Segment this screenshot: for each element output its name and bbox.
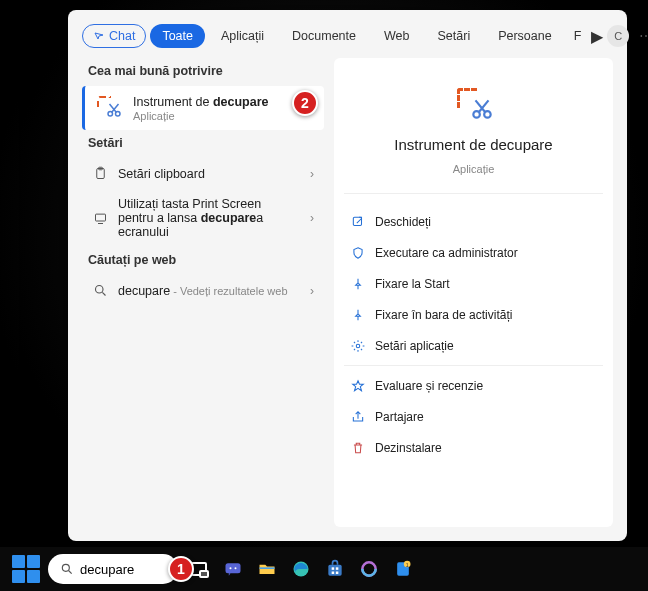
action-pin-start[interactable]: Fixare la Start: [344, 268, 603, 299]
result-printscreen-setting[interactable]: Utilizați tasta Print Screen pentru a la…: [82, 189, 324, 247]
svg-rect-8: [353, 217, 361, 225]
action-pin-taskbar[interactable]: Fixare în bara de activități: [344, 299, 603, 330]
store-icon[interactable]: [322, 556, 348, 582]
share-icon: [350, 409, 365, 424]
search-icon: [92, 283, 108, 298]
tab-settings[interactable]: Setări: [426, 24, 483, 48]
svg-rect-4: [95, 214, 105, 221]
trash-icon: [350, 440, 365, 455]
snipping-tool-icon-large: [453, 84, 495, 126]
clipboard-icon: [92, 166, 108, 181]
taskbar-search-input[interactable]: [80, 562, 160, 577]
printscreen-icon: [92, 211, 108, 226]
section-search-web: Căutați pe web: [88, 253, 324, 267]
star-icon: [350, 378, 365, 393]
snipping-tool-icon: [95, 94, 123, 122]
svg-rect-19: [332, 572, 335, 575]
start-button[interactable]: [12, 555, 40, 583]
result-web-search[interactable]: decupare - Vedeți rezultatele web ›: [82, 275, 324, 306]
result-best-match[interactable]: Instrument de decupare Aplicație 2: [82, 86, 324, 130]
action-app-settings[interactable]: Setări aplicație: [344, 330, 603, 361]
result-subtitle: Aplicație: [133, 110, 314, 122]
shield-icon: [350, 245, 365, 260]
chevron-right-icon: ›: [310, 284, 314, 298]
callout-1: 1: [168, 556, 194, 582]
detail-app-title: Instrument de decupare: [394, 136, 552, 153]
tab-chat[interactable]: Chat: [82, 24, 146, 48]
svg-rect-17: [332, 567, 335, 570]
taskbar: 1 1: [0, 547, 648, 591]
svg-point-12: [230, 567, 232, 569]
search-icon: [60, 562, 74, 576]
tab-apps[interactable]: Aplicații: [209, 24, 276, 48]
tab-people[interactable]: Persoane: [486, 24, 564, 48]
section-settings: Setări: [88, 136, 324, 150]
edge-icon[interactable]: [288, 556, 314, 582]
tabs-overflow-icon[interactable]: ▶: [591, 27, 603, 46]
action-run-admin[interactable]: Executare ca administrator: [344, 237, 603, 268]
callout-2: 2: [292, 90, 318, 116]
detail-pane: Instrument de decupare Aplicație Deschid…: [334, 58, 613, 527]
pin-icon: [350, 307, 365, 322]
svg-point-9: [356, 344, 360, 348]
section-best-match: Cea mai bună potrivire: [88, 64, 324, 78]
svg-rect-18: [336, 567, 339, 570]
open-icon: [350, 214, 365, 229]
user-avatar[interactable]: C: [607, 25, 629, 47]
svg-point-10: [62, 564, 69, 571]
svg-point-13: [235, 567, 237, 569]
action-open[interactable]: Deschideți: [344, 206, 603, 237]
result-clipboard-settings[interactable]: Setări clipboard ›: [82, 158, 324, 189]
app-icon[interactable]: 1: [390, 556, 416, 582]
explorer-icon[interactable]: [254, 556, 280, 582]
gear-icon: [350, 338, 365, 353]
taskbar-search[interactable]: 1: [48, 554, 178, 584]
svg-point-5: [95, 286, 103, 294]
svg-rect-20: [336, 572, 339, 575]
chat-icon[interactable]: [220, 556, 246, 582]
pin-icon: [350, 276, 365, 291]
chevron-right-icon: ›: [310, 211, 314, 225]
svg-rect-14: [260, 567, 275, 569]
tab-truncated[interactable]: F: [568, 24, 588, 48]
svg-text:1: 1: [406, 562, 409, 568]
action-review[interactable]: Evaluare și recenzie: [344, 370, 603, 401]
tab-all[interactable]: Toate: [150, 24, 205, 48]
filter-tabs: Chat Toate Aplicații Documente Web Setăr…: [68, 10, 627, 58]
more-options-icon[interactable]: ⋯: [639, 28, 648, 44]
results-column: Cea mai bună potrivire Instrument de dec…: [82, 58, 324, 527]
action-uninstall[interactable]: Dezinstalare: [344, 432, 603, 463]
chevron-right-icon: ›: [310, 167, 314, 181]
clipchamp-icon[interactable]: [356, 556, 382, 582]
svg-rect-16: [328, 565, 341, 576]
svg-rect-11: [226, 563, 241, 573]
detail-app-subtitle: Aplicație: [453, 163, 495, 175]
result-title: Instrument de decupare: [133, 95, 314, 109]
tab-web[interactable]: Web: [372, 24, 421, 48]
action-share[interactable]: Partajare: [344, 401, 603, 432]
tab-documents[interactable]: Documente: [280, 24, 368, 48]
search-results-panel: Chat Toate Aplicații Documente Web Setăr…: [68, 10, 627, 541]
